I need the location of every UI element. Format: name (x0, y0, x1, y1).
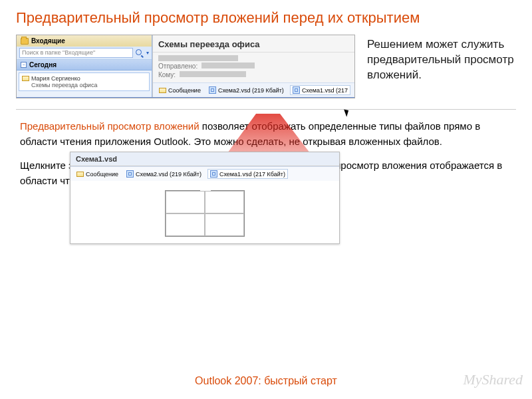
message-item[interactable]: Мария Сергиенко Схемы переезда офиса (19, 72, 150, 91)
outlook-screenshot: Входящие Поиск в папке "Входящие" ▾ − Се… (16, 35, 355, 98)
attachment-file-2[interactable]: Схема1.vsd (217 (290, 85, 350, 95)
inbox-header: Входящие (17, 35, 152, 47)
envelope-icon (22, 76, 29, 81)
attachment-preview: Схема1.vsd Сообщение Схема2.vsd (219 Кба… (70, 152, 340, 244)
folder-icon (21, 38, 29, 45)
preview-att-message[interactable]: Сообщение (74, 170, 120, 178)
search-input[interactable]: Поиск в папке "Входящие" (19, 48, 133, 58)
watermark: MyShared (463, 371, 523, 388)
attachment-file-1[interactable]: Схема2.vsd (219 Кбайт) (207, 86, 286, 94)
attachment-label: Сообщение (168, 87, 201, 94)
vsd-icon (210, 170, 217, 178)
from-placeholder (158, 55, 238, 61)
vsd-icon (126, 170, 134, 178)
sent-placeholder (201, 63, 255, 68)
message-subject: Схемы переезда офиса (22, 82, 146, 88)
inbox-pane: Входящие Поиск в папке "Входящие" ▾ − Се… (17, 35, 152, 97)
reading-title: Схемы переезда офиса (153, 35, 354, 53)
search-icon[interactable] (136, 49, 144, 57)
inbox-label: Входящие (31, 37, 65, 45)
reading-pane: Схемы переезда офиса Отправлено: Кому: С… (152, 35, 354, 97)
attachment-bar: Сообщение Схема2.vsd (219 Кбайт) Схема1.… (153, 82, 354, 97)
attachment-label: Схема2.vsd (219 Кбайт) (218, 87, 284, 94)
preview-att-2[interactable]: Схема1.vsd (217 Кбайт) (207, 169, 288, 179)
envelope-icon (159, 88, 166, 93)
today-group: − Сегодня (17, 60, 152, 70)
side-caption: Решением может служить предварительный п… (367, 35, 516, 98)
vsd-icon (209, 86, 216, 94)
to-placeholder (180, 71, 246, 77)
collapse-icon[interactable]: − (21, 62, 27, 68)
preview-att-1[interactable]: Схема2.vsd (219 Кбайт) (124, 170, 203, 178)
envelope-icon (76, 172, 84, 177)
search-row: Поиск в папке "Входящие" ▾ (17, 47, 152, 60)
meta-to-label: Кому: (158, 71, 176, 78)
floorplan-diagram (165, 190, 245, 237)
slide-title: Предварительный просмотр вложений перед … (0, 0, 532, 27)
today-label: Сегодня (29, 61, 57, 68)
watermark-text: MyShared (463, 371, 523, 388)
slide-footer: Outlook 2007: быстрый старт (0, 375, 532, 387)
attachment-message[interactable]: Сообщение (157, 86, 203, 94)
attachment-label: Схема1.vsd (217 Кбайт) (219, 171, 285, 178)
message-from: Мария Сергиенко (31, 75, 80, 82)
attachment-label: Схема1.vsd (217 (302, 87, 348, 94)
meta-sent-label: Отправлено: (158, 63, 198, 70)
preview-title: Схема1.vsd (70, 152, 339, 166)
vsd-icon (293, 86, 300, 94)
keyword: Предварительный просмотр вложений (20, 120, 200, 132)
chevron-down-icon[interactable]: ▾ (146, 50, 149, 56)
attachment-label: Сообщение (86, 171, 118, 178)
attachment-label: Схема2.vsd (219 Кбайт) (136, 171, 201, 178)
